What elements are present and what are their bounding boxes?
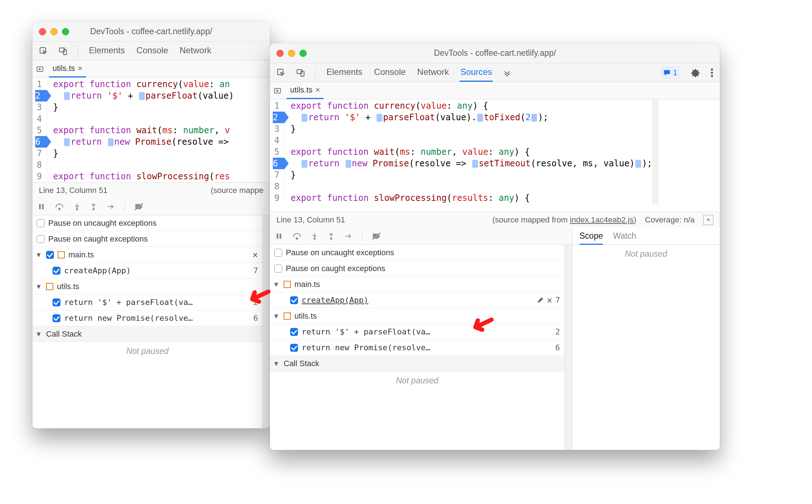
breakpoint-item[interactable]: createApp(App) 7 [32, 263, 262, 279]
line-number[interactable]: 8 [273, 181, 279, 192]
call-stack-header[interactable]: ▾ Call Stack [32, 326, 262, 342]
step-over-icon[interactable] [55, 203, 64, 211]
scrollbar[interactable] [652, 99, 659, 204]
close-window-button[interactable] [276, 50, 284, 57]
line-number-breakpoint[interactable]: 2 [35, 90, 47, 102]
line-number[interactable]: 5 [273, 146, 279, 158]
tab-scope[interactable]: Scope [579, 231, 603, 245]
breakpoint-file-utils[interactable]: ▾ utils.ts [32, 279, 262, 294]
chevron-down-icon[interactable]: ▾ [274, 359, 280, 368]
line-number-breakpoint[interactable]: 6 [35, 136, 47, 148]
chevron-down-icon[interactable]: ▾ [37, 282, 42, 291]
remove-breakpoint-icon[interactable]: × [547, 295, 552, 306]
checkbox-unchecked[interactable] [274, 249, 282, 257]
navigator-toggle-icon[interactable] [274, 87, 281, 95]
gear-icon[interactable] [690, 68, 700, 78]
checkbox-unchecked[interactable] [274, 265, 282, 273]
call-stack-header[interactable]: ▾ Call Stack [270, 356, 564, 372]
tab-console[interactable]: Console [136, 42, 169, 60]
chevron-down-icon[interactable]: ▾ [274, 311, 280, 321]
checkbox-checked[interactable] [46, 251, 54, 259]
maximize-window-button[interactable] [62, 28, 69, 35]
line-gutter[interactable]: 1 2 3 4 5 6 7 8 9 [270, 99, 285, 204]
tab-network[interactable]: Network [179, 42, 212, 60]
column-breakpoint-icon[interactable] [139, 92, 145, 100]
checkbox-unchecked[interactable] [37, 219, 45, 227]
scrollbar[interactable] [263, 215, 270, 428]
chevron-down-icon[interactable]: ▾ [274, 280, 280, 289]
inspect-icon[interactable] [39, 46, 48, 56]
line-number[interactable]: 4 [35, 113, 42, 125]
deactivate-breakpoints-icon[interactable] [372, 232, 381, 240]
line-number[interactable]: 3 [35, 102, 42, 113]
chevron-down-icon[interactable]: ▾ [37, 329, 42, 339]
minimize-window-button[interactable] [50, 28, 58, 35]
column-breakpoint-icon[interactable] [477, 114, 483, 122]
breakpoint-file-main[interactable]: ▾ main.ts [270, 276, 564, 292]
pause-uncaught-row[interactable]: Pause on uncaught exceptions [270, 245, 564, 261]
device-toggle-icon[interactable] [296, 68, 305, 77]
column-breakpoint-icon[interactable] [346, 160, 351, 168]
file-tab-utils[interactable]: utils.ts × [49, 60, 86, 77]
breakpoint-item[interactable]: return new Promise(resolve… 6 [32, 310, 262, 326]
breakpoint-item[interactable]: createApp(App) × 7 [270, 292, 564, 308]
close-icon[interactable]: × [315, 85, 320, 95]
column-breakpoint-icon[interactable] [64, 92, 70, 100]
line-number[interactable]: 3 [273, 123, 279, 135]
tab-network[interactable]: Network [416, 63, 450, 82]
checkbox-checked[interactable] [290, 344, 298, 352]
remove-breakpoint-icon[interactable]: × [252, 249, 258, 260]
code-editor[interactable]: 1 2 3 4 5 6 7 8 9 export function curren… [32, 78, 270, 182]
step-out-icon[interactable] [328, 232, 335, 240]
line-number-breakpoint[interactable]: 2 [273, 112, 284, 123]
breakpoint-item[interactable]: return new Promise(resolve… 6 [270, 340, 564, 356]
pause-icon[interactable] [37, 203, 45, 211]
line-number[interactable]: 9 [35, 171, 42, 182]
breakpoint-item[interactable]: return '$' + parseFloat(va… 2 [32, 294, 262, 310]
pause-caught-row[interactable]: Pause on caught exceptions [32, 231, 262, 247]
pause-uncaught-row[interactable]: Pause on uncaught exceptions [32, 215, 262, 231]
source-map-link[interactable]: index.1ac4eab2.js [570, 215, 633, 224]
code-content[interactable]: export function currency(value: any) { r… [285, 99, 652, 204]
line-number[interactable]: 1 [35, 78, 42, 90]
tab-sources[interactable]: Sources [460, 63, 493, 82]
file-tab-utils[interactable]: utils.ts × [287, 82, 324, 99]
breakpoint-item[interactable]: return '$' + parseFloat(va… 2 [270, 324, 564, 340]
step-over-icon[interactable] [292, 232, 302, 240]
navigator-toggle-icon[interactable] [36, 65, 44, 73]
tab-watch[interactable]: Watch [613, 231, 636, 241]
checkbox-unchecked[interactable] [37, 235, 45, 243]
step-icon[interactable] [107, 203, 115, 210]
checkbox-checked[interactable] [290, 328, 298, 336]
pause-icon[interactable] [275, 232, 283, 240]
kebab-icon[interactable] [710, 68, 713, 78]
column-breakpoint-icon[interactable] [302, 114, 307, 122]
checkbox-checked[interactable] [53, 314, 60, 322]
step-into-icon[interactable] [73, 203, 81, 211]
breakpoint-file-main[interactable]: ▾ main.ts × [32, 247, 262, 263]
chevron-down-icon[interactable]: ▾ [37, 250, 42, 260]
minimize-window-button[interactable] [288, 50, 295, 57]
line-number-breakpoint[interactable]: 6 [273, 158, 284, 169]
device-toggle-icon[interactable] [58, 46, 68, 56]
tab-elements[interactable]: Elements [326, 63, 363, 82]
column-breakpoint-icon[interactable] [108, 138, 114, 146]
checkbox-checked[interactable] [53, 267, 60, 275]
column-breakpoint-icon[interactable] [376, 114, 382, 122]
coverage-toggle-icon[interactable] [703, 215, 713, 225]
close-icon[interactable]: × [78, 64, 82, 73]
checkbox-checked[interactable] [290, 296, 298, 304]
breakpoint-file-utils[interactable]: ▾ utils.ts [270, 308, 564, 324]
close-window-button[interactable] [39, 28, 46, 35]
line-number[interactable]: 5 [35, 125, 42, 136]
edit-icon[interactable] [537, 297, 544, 304]
column-breakpoint-icon[interactable] [531, 114, 537, 122]
more-tabs-icon[interactable] [503, 69, 511, 76]
inspect-icon[interactable] [276, 68, 286, 77]
line-gutter[interactable]: 1 2 3 4 5 6 7 8 9 [32, 78, 47, 182]
column-breakpoint-icon[interactable] [64, 138, 70, 146]
column-breakpoint-icon[interactable] [635, 160, 641, 168]
step-out-icon[interactable] [90, 203, 97, 211]
tab-console[interactable]: Console [373, 63, 406, 82]
code-content[interactable]: export function currency(value: an retur… [47, 78, 234, 182]
